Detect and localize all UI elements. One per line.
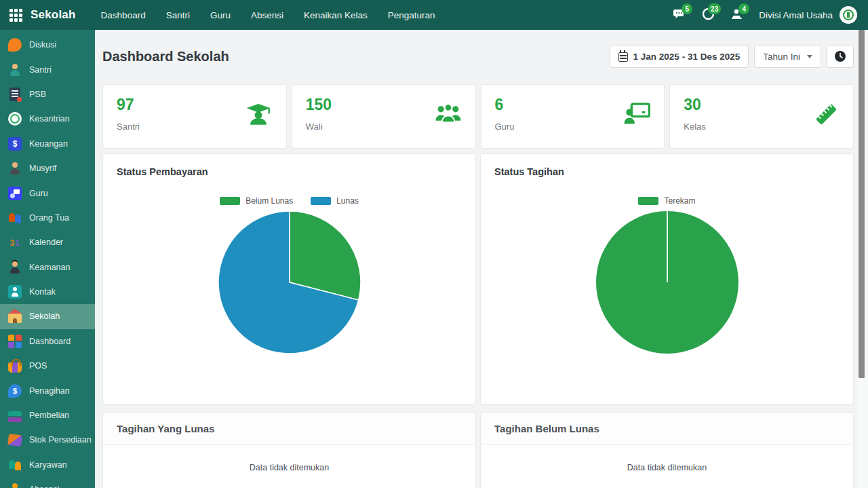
sidebar-item-kesantrian[interactable]: Kesantrian <box>0 107 95 131</box>
sidebar-item-kalender[interactable]: Kalender <box>0 230 95 255</box>
pie-chart <box>595 210 740 358</box>
page-scrollbar <box>857 30 868 488</box>
sidebar: Diskusi Santri PSB Kesantrian Keuangan M… <box>0 30 95 488</box>
legend-label: Terekam <box>664 196 695 206</box>
sidebar-item-pos[interactable]: POS <box>0 354 95 378</box>
sidebar-item-label: Kontak <box>29 287 56 297</box>
chart-card: Status Tagihan Terekam <box>480 153 854 405</box>
notification-button[interactable]: 4 <box>726 5 747 25</box>
navbar-menu-item[interactable]: Guru <box>200 10 241 20</box>
sidebar-item-label: Dashboard <box>29 337 71 346</box>
pie-chart <box>217 210 362 358</box>
chevron-down-icon <box>807 55 812 58</box>
sidebar-item-label: Stok Persediaan <box>29 435 92 445</box>
sidebar-item-label: Diskusi <box>29 40 56 50</box>
dashboard-icon <box>8 335 22 348</box>
clock-icon <box>834 50 846 62</box>
sidebar-item-santri[interactable]: Santri <box>0 57 95 81</box>
stat-card: 6 Guru <box>481 84 665 149</box>
pembelian-icon <box>8 411 22 422</box>
kalender-icon <box>8 236 22 249</box>
sidebar-item-psb[interactable]: PSB <box>0 82 95 107</box>
chart-card: Status Pembayaran Belum Lunas Lunas <box>102 153 476 405</box>
users-icon <box>435 101 460 127</box>
empty-state-text: Data tidak ditemukan <box>627 463 707 472</box>
calendar-icon <box>618 52 628 62</box>
navbar-menu: DashboardSantriGuruAbsensiKenaikan Kelas… <box>91 10 446 20</box>
pos-icon <box>8 362 22 373</box>
page-title: Dashboard Sekolah <box>102 49 229 64</box>
legend-swatch <box>220 197 240 205</box>
penagihan-icon <box>8 384 22 398</box>
empty-state-text: Data tidak ditemukan <box>250 463 329 472</box>
navbar-menu-item[interactable]: Kenaikan Kelas <box>294 10 378 20</box>
sidebar-item-dashboard[interactable]: Dashboard <box>0 329 95 354</box>
stats-row: 97 Santri 150 Wali 6 Guru 30 Kelas <box>102 84 854 149</box>
sidebar-item-karyawan[interactable]: Karyawan <box>0 453 95 477</box>
sidebar-item-pembelian[interactable]: Pembelian <box>0 403 95 428</box>
sidebar-item-label: Sekolah <box>29 312 60 321</box>
chart-title: Status Tagihan <box>494 166 840 177</box>
sidebar-item-label: Keamanan <box>29 263 70 272</box>
sidebar-item-kontak[interactable]: Kontak <box>0 280 95 304</box>
sidebar-item-absensi[interactable]: Absensi <box>0 477 95 488</box>
period-select-value: Tahun Ini <box>763 52 800 62</box>
sidebar-item-keuangan[interactable]: Keuangan <box>0 132 95 156</box>
notification-button[interactable]: 5 <box>669 5 690 25</box>
notification-button[interactable]: 23 <box>698 5 718 25</box>
user-name[interactable]: Divisi Amal Usaha <box>759 10 833 20</box>
charts-row: Status Pembayaran Belum Lunas Lunas Stat… <box>102 153 854 405</box>
stat-card: 30 Kelas <box>669 84 854 149</box>
graduate-icon <box>245 101 271 127</box>
sidebar-item-musyrif[interactable]: Musyrif <box>0 156 95 181</box>
panel-card: Tagihan Yang Lunas Data tidak ditemukan <box>102 412 476 488</box>
musyrif-icon <box>8 162 22 175</box>
keuangan-icon <box>8 137 22 151</box>
sidebar-item-sekolah[interactable]: Sekolah <box>0 304 95 329</box>
karyawan-icon <box>8 458 22 472</box>
sidebar-item-label: Pembelian <box>29 411 69 420</box>
legend-item[interactable]: Terekam <box>638 196 695 206</box>
history-button[interactable] <box>827 45 854 68</box>
chart-title: Status Pembayaran <box>117 166 462 177</box>
legend-label: Belum Lunas <box>245 196 293 206</box>
legend-item[interactable]: Belum Lunas <box>220 196 293 206</box>
navbar-menu-item[interactable]: Pengaturan <box>378 10 446 20</box>
stok-persediaan-icon <box>7 434 22 447</box>
app-brand[interactable]: Sekolah <box>0 8 85 22</box>
teacher-icon <box>623 101 649 127</box>
stat-card: 97 Santri <box>102 84 287 149</box>
sidebar-item-keamanan[interactable]: Keamanan <box>0 255 95 280</box>
notification-group: 5 23 4 <box>669 5 747 25</box>
chart-legend: Terekam <box>494 196 840 206</box>
sidebar-item-label: Guru <box>29 189 48 198</box>
legend-item[interactable]: Lunas <box>311 196 359 206</box>
sidebar-item-label: Absensi <box>29 485 59 488</box>
navbar-menu-item[interactable]: Dashboard <box>91 10 156 20</box>
sidebar-item-orang-tua[interactable]: Orang Tua <box>0 206 95 230</box>
date-range-button[interactable]: 1 Jan 2025 - 31 Des 2025 <box>610 45 749 68</box>
sidebar-item-stok-persediaan[interactable]: Stok Persediaan <box>0 428 95 452</box>
ruler-icon <box>812 101 838 127</box>
sidebar-item-diskusi[interactable]: Diskusi <box>0 33 95 57</box>
sidebar-item-guru[interactable]: Guru <box>0 181 95 205</box>
sidebar-item-label: POS <box>29 361 47 371</box>
psb-icon <box>9 88 20 101</box>
notification-badge: 23 <box>708 3 721 14</box>
panel-title: Tagihan Yang Lunas <box>117 423 214 434</box>
sidebar-item-penagihan[interactable]: Penagihan <box>0 378 95 402</box>
top-navbar: Sekolah DashboardSantriGuruAbsensiKenaik… <box>0 0 868 30</box>
sidebar-item-label: Kalender <box>29 238 63 247</box>
period-select[interactable]: Tahun Ini <box>754 45 821 68</box>
kesantrian-icon <box>8 112 22 126</box>
navbar-menu-item[interactable]: Santri <box>156 10 200 20</box>
kontak-icon <box>8 285 22 299</box>
panels-row: Tagihan Yang Lunas Data tidak ditemukan … <box>102 412 854 488</box>
apps-grid-icon <box>9 9 22 22</box>
guru-icon <box>8 187 22 200</box>
scrollbar-thumb[interactable] <box>859 30 865 378</box>
user-avatar[interactable] <box>840 6 857 24</box>
legend-swatch <box>311 197 331 205</box>
navbar-menu-item[interactable]: Absensi <box>241 10 294 20</box>
panel-title: Tagihan Belum Lunas <box>494 423 599 434</box>
